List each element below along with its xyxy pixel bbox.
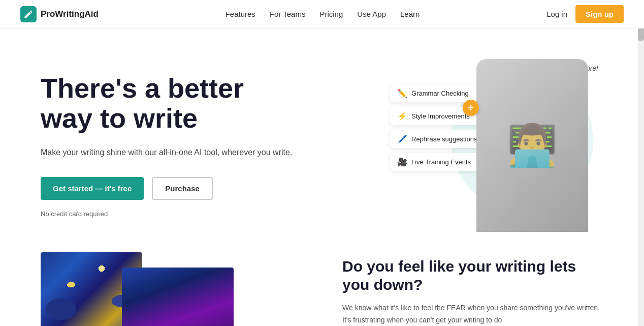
- logo-link[interactable]: ProWritingAid: [20, 6, 99, 22]
- second-section: My idea in my head Do you feel like your…: [0, 252, 644, 326]
- hero-person-image: 👨‍💻: [476, 59, 588, 232]
- pill-training: 🎥 Live Training Events: [390, 153, 484, 171]
- nav-for-teams[interactable]: For Teams: [270, 10, 306, 18]
- scrollbar-track[interactable]: [638, 0, 644, 326]
- nav-learn[interactable]: Learn: [400, 10, 420, 18]
- nav-actions: Log in Sign up: [546, 5, 624, 23]
- nav-use-app[interactable]: Use App: [357, 10, 386, 18]
- nav-features[interactable]: Features: [226, 10, 255, 18]
- purchase-button[interactable]: Purchase: [152, 177, 213, 200]
- plus-badge: +: [463, 100, 479, 116]
- painting-overlay: [122, 268, 234, 326]
- painting-stack: My idea in my head: [41, 252, 234, 326]
- hero-subtitle: Make your writing shine with our all-in-…: [41, 146, 292, 159]
- logo-icon: [20, 6, 37, 22]
- hero-left: There's a better way to write Make your …: [41, 73, 292, 218]
- signup-button[interactable]: Sign up: [575, 5, 624, 23]
- no-credit-text: No credit card required: [41, 210, 292, 218]
- second-section-body: We know what it's like to feel the FEAR …: [342, 302, 603, 326]
- second-section-right: Do you feel like your writing lets you d…: [342, 252, 603, 326]
- nav-pricing[interactable]: Pricing: [319, 10, 343, 18]
- pill-rephrase: 🖊️ Rephrase suggestions: [390, 130, 484, 148]
- login-button[interactable]: Log in: [546, 10, 567, 18]
- nav-links: Features For Teams Pricing Use App Learn: [226, 10, 420, 19]
- logo-svg: [23, 9, 34, 19]
- hero-illustration: ✏️ Grammar Checking ⚡ Style Improvements…: [390, 59, 603, 232]
- hero-section: There's a better way to write Make your …: [0, 28, 644, 252]
- navbar: ProWritingAid Features For Teams Pricing…: [0, 0, 644, 28]
- grammar-icon: ✏️: [397, 88, 407, 98]
- second-section-title: Do you feel like your writing lets you d…: [342, 257, 603, 294]
- training-icon: 🎥: [397, 157, 407, 167]
- hero-title: There's a better way to write: [41, 73, 292, 134]
- style-icon: ⚡: [397, 111, 407, 121]
- feature-pills: ✏️ Grammar Checking ⚡ Style Improvements…: [390, 84, 484, 171]
- logo-text: ProWritingAid: [41, 9, 99, 19]
- rephrase-icon: 🖊️: [397, 134, 407, 144]
- get-started-button[interactable]: Get started — it's free: [41, 177, 144, 200]
- second-section-left: My idea in my head: [41, 252, 302, 326]
- hero-buttons: Get started — it's free Purchase: [41, 177, 292, 200]
